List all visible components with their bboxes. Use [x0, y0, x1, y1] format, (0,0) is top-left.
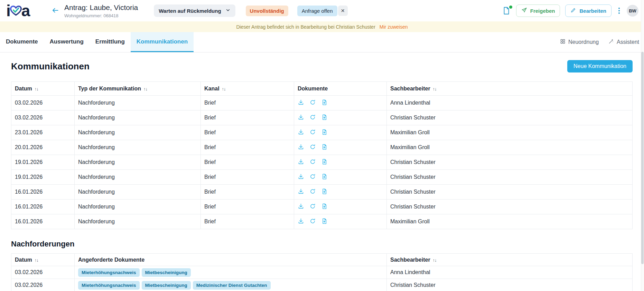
file-upload-icon[interactable] [321, 99, 328, 107]
download-icon[interactable] [298, 129, 304, 136]
document-status-icon[interactable] [502, 6, 511, 15]
table-row: 03.02.2026NachforderungBriefAnna Lindent… [11, 96, 633, 110]
refresh-icon[interactable] [309, 203, 316, 211]
chevron-down-icon [225, 8, 231, 14]
file-upload-icon[interactable] [321, 173, 328, 181]
download-icon[interactable] [298, 203, 304, 211]
type-cell: Nachforderung [75, 185, 201, 200]
date-cell: 19.01.2026 [11, 170, 75, 185]
column-label: Datum [15, 257, 32, 263]
communications-title: Kommunikationen [11, 61, 90, 72]
file-upload-icon[interactable] [321, 114, 328, 122]
tab-auswertung[interactable]: Auswertung [44, 32, 90, 52]
file-upload-icon[interactable] [321, 203, 328, 211]
document-tag: Mietbescheinigung [142, 268, 191, 277]
logo-letter-a: a [21, 3, 30, 19]
iva-logo: i a [6, 3, 41, 19]
file-upload-icon[interactable] [321, 144, 328, 151]
download-icon[interactable] [298, 188, 304, 196]
sort-icon[interactable]: ↑↓ [222, 86, 226, 91]
title-block: Antrag: Laube, Victoria Wohngeldnummer: … [64, 3, 138, 18]
refresh-icon[interactable] [309, 144, 316, 151]
reorder-button[interactable]: Neuordnung [560, 39, 599, 46]
type-cell: Nachforderung [75, 214, 201, 229]
assignment-banner: Dieser Antrag befindet sich in Bearbeitu… [0, 21, 644, 32]
download-icon[interactable] [298, 114, 304, 122]
column-header-datum[interactable]: Datum↑↓ [11, 254, 75, 266]
file-upload-icon[interactable] [321, 188, 328, 196]
nachforderungen-title: Nachforderungen [11, 240, 633, 249]
back-button[interactable] [51, 6, 59, 16]
download-icon[interactable] [298, 99, 304, 107]
refresh-icon[interactable] [309, 129, 316, 136]
date-cell: 03.02.2026 [11, 279, 75, 291]
type-cell: Nachforderung [75, 110, 201, 125]
tab-ermittlung[interactable]: Ermittlung [90, 32, 131, 52]
refresh-icon[interactable] [309, 99, 316, 107]
agent-cell: Christian Schuster [387, 279, 633, 291]
column-header-datum[interactable]: Datum↑↓ [11, 82, 75, 96]
agent-cell: Maximilian Groll [387, 214, 633, 229]
file-upload-icon[interactable] [321, 218, 328, 225]
column-label: Dokumente [298, 86, 328, 91]
sort-icon[interactable]: ↑↓ [433, 258, 437, 263]
refresh-icon[interactable] [309, 218, 316, 225]
agent-cell: Christian Schuster [387, 110, 633, 125]
file-upload-icon[interactable] [321, 158, 328, 166]
assistant-button-label: Assistent [617, 39, 639, 45]
tab-kommunikationen[interactable]: Kommunikationen [131, 32, 194, 52]
date-cell: 23.01.2026 [11, 125, 75, 140]
request-open-chip: Anfrage offen ✕ [297, 6, 348, 16]
channel-cell: Brief [201, 185, 294, 200]
column-header-sachbearbeiter[interactable]: Sachbearbeiter↑↓ [387, 254, 633, 266]
download-icon[interactable] [298, 218, 304, 225]
download-icon[interactable] [298, 158, 304, 166]
table-row: 03.02.2026MieterhöhungsnachweisMietbesch… [11, 279, 633, 291]
agent-cell: Maximilian Groll [387, 125, 633, 140]
refresh-icon[interactable] [309, 188, 316, 196]
new-communication-button[interactable]: Neue Kommunikation [567, 60, 633, 72]
status-dropdown[interactable]: Warten auf Rückmeldung [154, 4, 235, 17]
channel-cell: Brief [201, 125, 294, 140]
close-icon[interactable]: ✕ [338, 6, 348, 16]
download-icon[interactable] [298, 144, 304, 151]
column-header-dokumente: Dokumente [294, 82, 387, 96]
documents-cell [294, 155, 387, 170]
sort-icon[interactable]: ↑↓ [35, 86, 38, 91]
refresh-icon[interactable] [309, 173, 316, 181]
file-upload-icon[interactable] [321, 129, 328, 136]
tab-label: Dokumente [6, 38, 38, 45]
scrollbar-thumb[interactable] [641, 52, 644, 264]
agent-cell: Christian Schuster [387, 155, 633, 170]
tab-dokumente[interactable]: Dokumente [0, 32, 44, 52]
release-button[interactable]: Freigeben [516, 4, 560, 17]
documents-cell [294, 125, 387, 140]
kebab-menu-icon[interactable] [617, 7, 622, 15]
type-cell: Nachforderung [75, 140, 201, 155]
column-label: Sachbearbeiter [390, 257, 430, 263]
edit-button-label: Bearbeiten [579, 8, 606, 14]
type-cell: Nachforderung [75, 96, 201, 110]
main-content: Kommunikationen Neue Kommunikation Datum… [0, 60, 644, 291]
refresh-icon[interactable] [309, 158, 316, 166]
refresh-icon[interactable] [309, 114, 316, 122]
column-header-kanal[interactable]: Kanal↑↓ [201, 82, 294, 96]
date-cell: 16.01.2026 [11, 200, 75, 214]
sort-icon[interactable]: ↑↓ [143, 86, 147, 91]
column-header-typ-der-kommunikation[interactable]: Typ der Kommunikation↑↓ [75, 82, 201, 96]
sort-icon[interactable]: ↑↓ [35, 258, 38, 263]
documents-cell [294, 200, 387, 214]
sort-icon[interactable]: ↑↓ [433, 86, 437, 91]
download-icon[interactable] [298, 173, 304, 181]
column-header-sachbearbeiter[interactable]: Sachbearbeiter↑↓ [387, 82, 633, 96]
documents-cell [294, 214, 387, 229]
paper-plane-icon [521, 7, 527, 14]
date-cell: 03.02.2026 [11, 110, 75, 125]
column-label: Kanal [204, 86, 220, 91]
edit-button[interactable]: Bearbeiten [565, 4, 612, 17]
assign-to-me-link[interactable]: Mir zuweisen [380, 24, 408, 30]
grid-icon [560, 39, 566, 46]
document-tag: Mieterhöhungsnachweis [78, 268, 140, 277]
assistant-button[interactable]: Assistent [608, 39, 639, 46]
avatar[interactable]: BW [627, 5, 638, 17]
